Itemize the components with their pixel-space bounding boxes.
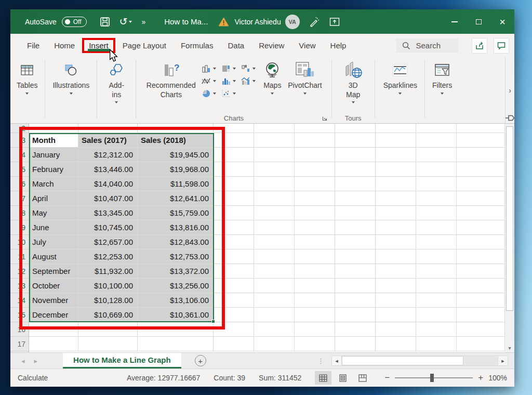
autosave-toggle[interactable]: Off — [62, 17, 87, 27]
insert-pie-chart-button[interactable] — [202, 89, 216, 98]
cell-J4[interactable] — [457, 148, 505, 162]
cell-F8[interactable] — [295, 206, 335, 220]
cell-H4[interactable] — [376, 148, 416, 162]
new-sheet-button[interactable]: + — [195, 355, 206, 366]
cell-G16[interactable] — [335, 322, 376, 337]
page-layout-view-button[interactable] — [335, 371, 351, 385]
cell-H5[interactable] — [376, 162, 416, 177]
zoom-slider[interactable] — [395, 377, 473, 378]
cell-J10[interactable] — [457, 235, 505, 249]
cell-J5[interactable] — [457, 162, 505, 177]
cell-F9[interactable] — [295, 220, 335, 235]
cell-J8[interactable] — [457, 206, 505, 220]
warning-icon[interactable] — [218, 17, 229, 27]
cell-I11[interactable] — [416, 249, 457, 264]
cell-F7[interactable] — [295, 191, 335, 206]
save-button[interactable] — [95, 9, 115, 34]
cell-A14[interactable]: November — [29, 293, 78, 308]
cell-I15[interactable] — [416, 308, 457, 322]
page-break-view-button[interactable] — [354, 371, 371, 385]
cell-E7[interactable] — [254, 191, 295, 206]
cell-E4[interactable] — [254, 148, 295, 162]
row-header-15[interactable]: 15 — [10, 308, 29, 322]
cell-D17[interactable] — [214, 337, 254, 351]
cell-A5[interactable]: February — [29, 162, 78, 177]
row-header-7[interactable]: 7 — [10, 191, 29, 206]
pivotchart-button[interactable]: PivotChart — [285, 60, 325, 96]
cell-E13[interactable] — [254, 279, 295, 293]
cell-I16[interactable] — [416, 322, 457, 337]
insert-statistic-chart-button[interactable] — [221, 77, 236, 85]
feedback-pen-button[interactable] — [304, 9, 325, 34]
cell-H8[interactable] — [376, 206, 416, 220]
cell-H10[interactable] — [376, 235, 416, 249]
zoom-out-button[interactable]: − — [384, 373, 390, 383]
cell-A2[interactable] — [29, 124, 78, 133]
cell-F6[interactable] — [295, 177, 335, 191]
cell-E16[interactable] — [254, 322, 295, 337]
cell-I6[interactable] — [416, 177, 457, 191]
cell-C7[interactable]: $12,641.00 — [138, 191, 214, 206]
cell-E5[interactable] — [254, 162, 295, 177]
cell-F13[interactable] — [295, 279, 335, 293]
sparklines-button[interactable]: Sparklines — [380, 60, 420, 96]
cell-G13[interactable] — [335, 279, 376, 293]
cell-J16[interactable] — [457, 322, 505, 337]
cell-H17[interactable] — [376, 337, 416, 351]
cell-B7[interactable]: $10,407.00 — [78, 191, 138, 206]
cell-A12[interactable]: September — [29, 264, 78, 279]
cell-J2[interactable] — [457, 124, 505, 133]
zoom-level[interactable]: 100% — [488, 374, 507, 382]
cell-A10[interactable]: July — [29, 235, 78, 249]
cell-J7[interactable] — [457, 191, 505, 206]
cell-B6[interactable]: $14,040.00 — [78, 177, 138, 191]
tab-formulas[interactable]: Formulas — [174, 34, 221, 57]
cell-D2[interactable] — [214, 124, 254, 133]
tab-help[interactable]: Help — [323, 34, 354, 57]
row-header-2[interactable]: 2 — [10, 124, 29, 133]
cell-I17[interactable] — [416, 337, 457, 351]
cell-C9[interactable]: $13,816.00 — [138, 220, 214, 235]
tab-review[interactable]: Review — [251, 34, 291, 57]
tables-button[interactable]: Tables — [14, 60, 41, 96]
horizontal-scrollbar-track[interactable] — [342, 356, 498, 366]
row-header-8[interactable]: 8 — [10, 206, 29, 220]
filters-button[interactable]: Filters — [429, 60, 455, 96]
cell-E3[interactable] — [254, 133, 295, 148]
cell-D12[interactable] — [214, 264, 254, 279]
cell-C14[interactable]: $13,106.00 — [138, 293, 214, 308]
cell-C15[interactable]: $10,361.00 — [138, 308, 214, 322]
cell-D6[interactable] — [214, 177, 254, 191]
cell-D13[interactable] — [214, 279, 254, 293]
cell-I10[interactable] — [416, 235, 457, 249]
cell-F5[interactable] — [295, 162, 335, 177]
cell-H9[interactable] — [376, 220, 416, 235]
tab-file[interactable]: File — [20, 34, 47, 57]
insert-column-chart-button[interactable] — [202, 64, 216, 73]
cell-B16[interactable] — [78, 322, 138, 337]
tab-view[interactable]: View — [291, 34, 323, 57]
cell-E11[interactable] — [254, 249, 295, 264]
cell-G4[interactable] — [335, 148, 376, 162]
cell-F12[interactable] — [295, 264, 335, 279]
cell-B2[interactable] — [78, 124, 138, 133]
cell-F2[interactable] — [295, 124, 335, 133]
tab-data[interactable]: Data — [220, 34, 251, 57]
cell-H6[interactable] — [376, 177, 416, 191]
cell-D4[interactable] — [214, 148, 254, 162]
cell-G7[interactable] — [335, 191, 376, 206]
cell-G17[interactable] — [335, 337, 376, 351]
cell-E17[interactable] — [254, 337, 295, 351]
calculation-mode[interactable]: Calculate — [18, 374, 48, 382]
cell-C16[interactable] — [138, 322, 214, 337]
vertical-scrollbar-thumb[interactable] — [506, 126, 513, 311]
cell-A6[interactable]: March — [29, 177, 78, 191]
cell-I14[interactable] — [416, 293, 457, 308]
cell-C10[interactable]: $12,843.00 — [138, 235, 214, 249]
row-header-17[interactable]: 17 — [10, 337, 29, 351]
cell-I3[interactable] — [416, 133, 457, 148]
sheet-nav-right-icon[interactable]: ▸ — [30, 357, 43, 365]
cell-A16[interactable] — [29, 322, 78, 337]
cell-D3[interactable] — [214, 133, 254, 148]
cell-F16[interactable] — [295, 322, 335, 337]
